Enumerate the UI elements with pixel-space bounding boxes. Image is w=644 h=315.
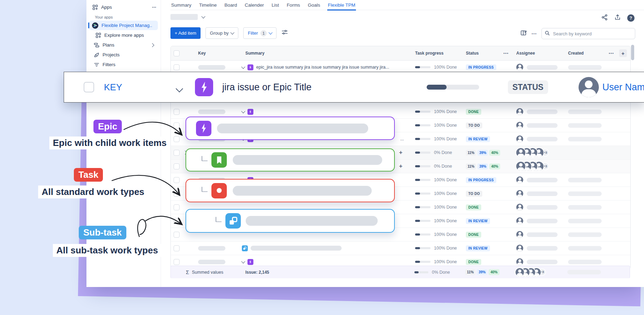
- status-badge[interactable]: DONE: [466, 259, 481, 265]
- view-settings-icon[interactable]: [281, 29, 288, 37]
- column-header-status[interactable]: Status: [462, 46, 500, 60]
- column-header-summary[interactable]: Summary: [239, 46, 412, 60]
- row-checkbox[interactable]: [174, 259, 180, 265]
- vertical-scrollbar[interactable]: [631, 45, 634, 60]
- assignee-avatar[interactable]: [516, 231, 523, 238]
- status-badge[interactable]: DONE: [466, 232, 481, 238]
- row-checkbox[interactable]: [174, 136, 180, 142]
- add-child-button[interactable]: +: [399, 149, 412, 156]
- progress-label: 100% Done: [434, 218, 457, 223]
- apps-grid-icon: [96, 33, 101, 38]
- progress-label: 100% Done: [434, 65, 457, 70]
- add-item-button[interactable]: + Add item: [170, 27, 201, 39]
- sidebar-item-apps[interactable]: Apps •••: [89, 2, 158, 12]
- share-icon[interactable]: [601, 14, 608, 22]
- tab-board[interactable]: Board: [224, 0, 238, 10]
- status-badge[interactable]: TO DO: [466, 122, 482, 128]
- row-checkbox[interactable]: [174, 232, 180, 238]
- status-summary-pills: 11%39%40%: [462, 266, 499, 278]
- select-all-checkbox[interactable]: [174, 50, 180, 56]
- header-actions: ?: [601, 14, 635, 22]
- assignee-avatar[interactable]: [516, 268, 524, 276]
- sidebar-item-plans[interactable]: Plans: [89, 40, 158, 50]
- sidebar-item-filters[interactable]: Filters: [89, 60, 158, 69]
- chevron-down-icon[interactable]: [241, 259, 245, 263]
- status-badge[interactable]: IN PROGRESS: [466, 177, 496, 183]
- tab-flexible-tpm[interactable]: Flexible TPM: [327, 0, 356, 10]
- export-icon[interactable]: [614, 14, 621, 22]
- search-input[interactable]: [552, 31, 632, 37]
- assignee-avatar[interactable]: [516, 217, 523, 224]
- board-view-icon[interactable]: [520, 30, 527, 38]
- view-selector[interactable]: [170, 14, 205, 20]
- row-checkbox[interactable]: [174, 122, 180, 128]
- row-checkbox[interactable]: [174, 163, 180, 169]
- main-content: SummaryTimelineBoardCalenderListFormsGoa…: [161, 0, 644, 287]
- assignee-avatar[interactable]: [516, 64, 523, 71]
- assignee-avatar-group[interactable]: +3: [516, 148, 548, 157]
- row-checkbox[interactable]: [174, 64, 180, 70]
- tab-goals[interactable]: Goals: [307, 0, 321, 10]
- row-checkbox[interactable]: [174, 191, 180, 197]
- add-child-button[interactable]: +: [399, 163, 412, 170]
- row-checkbox[interactable]: [174, 109, 180, 115]
- chevron-down-icon[interactable]: [201, 14, 205, 18]
- epic-annotation-badge: Epic: [93, 120, 122, 133]
- status-badge[interactable]: DONE: [466, 204, 481, 210]
- group-by-button[interactable]: Group by: [205, 27, 238, 39]
- assignee-avatar[interactable]: [516, 108, 523, 115]
- assignee-avatar[interactable]: [516, 258, 523, 265]
- row-checkbox[interactable]: [174, 204, 180, 210]
- column-options-icon[interactable]: •••: [500, 46, 512, 60]
- progress-bar: [415, 66, 430, 68]
- assignee-avatar[interactable]: [516, 135, 523, 142]
- assignee-avatars: +3: [511, 266, 564, 278]
- more-options-icon[interactable]: •••: [532, 32, 537, 36]
- assignee-avatar[interactable]: [516, 245, 523, 252]
- table-row[interactable]: 100% DoneIN REVIEW: [171, 241, 630, 255]
- filter-button[interactable]: Filter 1: [243, 27, 276, 39]
- key-placeholder: [198, 246, 225, 251]
- tab-list[interactable]: List: [271, 0, 280, 10]
- more-menu-icon[interactable]: •••: [152, 6, 156, 9]
- subtask-type-icon: [225, 213, 241, 229]
- assignee-avatar[interactable]: [516, 122, 523, 129]
- tab-timeline[interactable]: Timeline: [198, 0, 218, 10]
- status-badge[interactable]: IN REVIEW: [466, 245, 490, 251]
- assignee-avatar[interactable]: [516, 148, 525, 157]
- sidebar-item-flexible-project-management[interactable]: Flexible Project Manag..: [89, 21, 158, 30]
- sidebar-item-label: Explore more apps: [104, 33, 144, 38]
- add-column-button[interactable]: +: [619, 49, 627, 57]
- row-checkbox[interactable]: [174, 150, 180, 156]
- tab-summary[interactable]: Summary: [170, 0, 192, 10]
- row-checkbox[interactable]: [174, 245, 180, 251]
- chevron-down-icon[interactable]: [241, 65, 245, 69]
- status-badge[interactable]: IN REVIEW: [466, 136, 490, 142]
- assignee-avatar[interactable]: [516, 204, 523, 211]
- percent-pill: 11%: [466, 150, 476, 156]
- assignee-avatar[interactable]: [516, 176, 523, 183]
- column-header-created[interactable]: Created: [565, 46, 605, 60]
- column-options-icon[interactable]: •••: [605, 46, 618, 60]
- assignee-avatar[interactable]: [516, 162, 525, 171]
- column-header-task-progress[interactable]: Task progress: [412, 46, 462, 60]
- sidebar-item-explore-more-apps[interactable]: Explore more apps: [94, 30, 158, 40]
- chevron-right-icon[interactable]: [150, 43, 154, 47]
- assignee-avatar-group[interactable]: +3: [516, 162, 548, 171]
- assignee-avatar[interactable]: [516, 190, 523, 197]
- column-header-assignee[interactable]: Assignee: [512, 46, 565, 60]
- column-header-key[interactable]: Key: [195, 46, 239, 60]
- status-badge[interactable]: DONE: [466, 109, 481, 115]
- status-badge[interactable]: TO DO: [466, 191, 482, 197]
- tab-forms[interactable]: Forms: [286, 0, 301, 10]
- help-icon[interactable]: ?: [627, 14, 635, 22]
- sidebar-item-projects[interactable]: Projects: [89, 50, 158, 59]
- tab-calender[interactable]: Calender: [244, 0, 265, 10]
- row-checkbox[interactable]: [174, 177, 180, 183]
- status-badge[interactable]: IN REVIEW: [466, 218, 490, 224]
- row-checkbox[interactable]: [174, 218, 180, 224]
- table-header: Key Summary Task progress Status ••• Ass…: [171, 46, 630, 61]
- chevron-down-icon[interactable]: [241, 109, 245, 113]
- status-badge[interactable]: IN PROGRESS: [466, 64, 496, 70]
- chevron-down-icon: [231, 30, 234, 34]
